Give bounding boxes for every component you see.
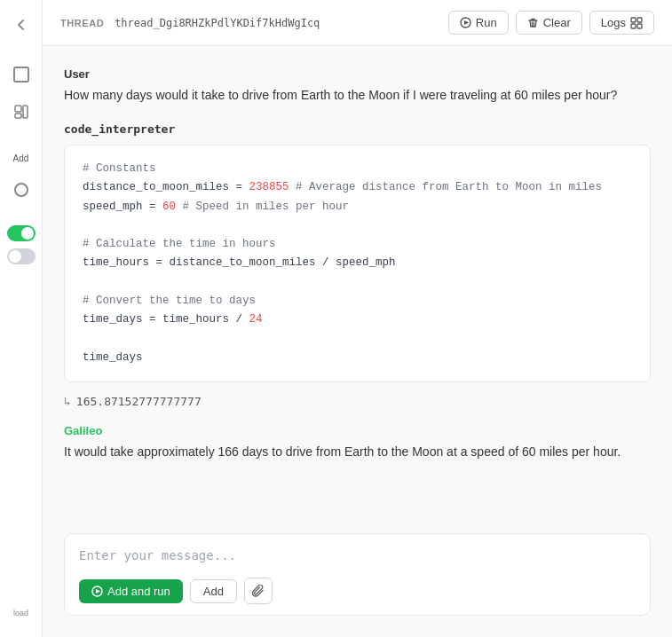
svg-rect-6 (637, 18, 642, 22)
paperclip-icon (252, 585, 265, 597)
run-button[interactable]: Run (448, 11, 509, 35)
thread-id: thread_Dgi8RHZkPdlYKDif7kHdWgIcq (115, 17, 320, 29)
add-button[interactable]: Add (190, 579, 237, 603)
sidebar-load-label: load (13, 609, 28, 617)
code-interpreter-label: code_interpreter (64, 122, 651, 136)
sidebar-circle-icon[interactable] (7, 176, 36, 204)
add-and-run-button[interactable]: Add and run (79, 579, 183, 603)
sidebar: Add load (0, 0, 43, 637)
sidebar-add-label: Add (13, 153, 29, 163)
galileo-block: Galileo It would take approximately 166 … (64, 424, 651, 461)
add-run-icon (91, 586, 103, 597)
sidebar-add-button[interactable]: Add (7, 144, 36, 172)
svg-rect-0 (15, 106, 21, 112)
output-arrow: ↳ (64, 395, 71, 408)
run-icon (460, 17, 471, 28)
galileo-label: Galileo (64, 424, 651, 437)
user-label: User (64, 67, 651, 81)
svg-marker-4 (464, 20, 469, 25)
logs-button[interactable]: Logs (589, 11, 654, 35)
thread-label: THREAD (60, 18, 104, 28)
message-input[interactable] (79, 547, 636, 565)
user-message-block: User How many days would it take to driv… (64, 67, 651, 105)
header-actions: Run Clear Logs (448, 11, 654, 35)
svg-rect-5 (631, 18, 636, 22)
logs-icon (630, 17, 643, 29)
toggle-on[interactable] (7, 225, 36, 241)
svg-rect-8 (637, 24, 642, 28)
clear-button[interactable]: Clear (516, 11, 582, 35)
output-value: 165.87152777777777 (76, 395, 202, 408)
input-actions: Add and run Add (79, 578, 636, 604)
sidebar-item-box[interactable] (7, 60, 36, 89)
header: THREAD thread_Dgi8RHZkPdlYKDif7kHdWgIcq … (43, 0, 672, 46)
sidebar-nav-collapse[interactable] (7, 11, 36, 39)
code-comment-1: # Constants (83, 162, 156, 175)
attach-button[interactable] (244, 578, 273, 604)
sidebar-item-expand[interactable] (7, 98, 36, 126)
svg-rect-1 (15, 114, 21, 118)
svg-rect-2 (23, 106, 28, 118)
code-block: # Constants distance_to_moon_miles = 238… (64, 145, 651, 382)
code-interpreter-block: code_interpreter # Constants distance_to… (64, 122, 651, 382)
clear-icon (527, 17, 539, 28)
input-box: Add and run Add (64, 533, 651, 616)
input-area: Add and run Add (43, 533, 672, 637)
svg-rect-7 (631, 24, 636, 28)
toggle-off[interactable] (7, 248, 36, 264)
output-line: ↳ 165.87152777777777 (64, 395, 651, 408)
user-message-text: How many days would it take to drive fro… (64, 86, 651, 105)
main-content: THREAD thread_Dgi8RHZkPdlYKDif7kHdWgIcq … (43, 0, 672, 637)
svg-marker-10 (96, 589, 100, 594)
galileo-message: It would take approximately 166 days to … (64, 443, 651, 461)
conversation-content: User How many days would it take to driv… (43, 46, 672, 533)
